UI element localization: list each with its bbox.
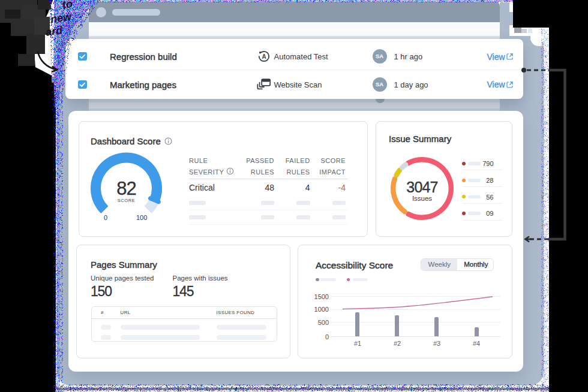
svg-text:82: 82 — [116, 178, 136, 199]
svg-text:SCORE: SCORE — [118, 198, 136, 203]
svg-text:3047: 3047 — [406, 179, 437, 195]
svg-text:Issues: Issues — [412, 194, 431, 201]
svg-text:A: A — [262, 53, 266, 60]
